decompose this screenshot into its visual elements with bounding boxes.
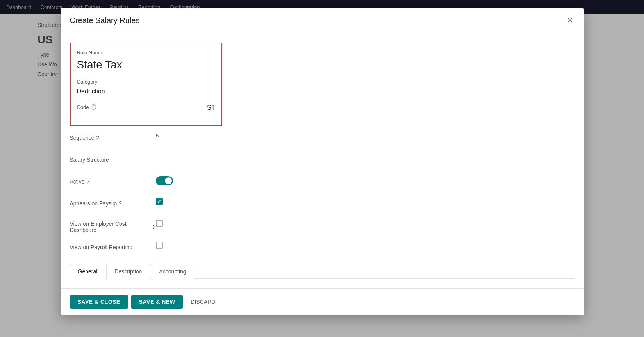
category-field: Category Deduction <box>77 79 215 96</box>
active-label: Active ? <box>70 176 156 185</box>
code-help-icon[interactable]: ? <box>91 104 96 110</box>
sequence-label: Sequence ? <box>70 132 156 141</box>
tab-description[interactable]: Description <box>106 264 150 279</box>
modal-body: Rule Name State Tax Category Deduction C… <box>61 33 584 288</box>
view-payroll-reporting-checkbox-container <box>156 242 574 249</box>
tab-general[interactable]: General <box>70 264 106 279</box>
active-toggle[interactable] <box>156 176 173 185</box>
tabs-container: General Description Accounting <box>70 264 574 279</box>
modal-title: Create Salary Rules <box>70 16 140 25</box>
code-value[interactable]: ST <box>207 103 215 113</box>
code-row: Code ? ST <box>77 103 215 113</box>
view-payroll-reporting-row: View on Payroll Reporting <box>70 242 574 256</box>
view-employer-cost-label: View on Employer Cost Dashboard ? <box>70 220 156 233</box>
tab-accounting[interactable]: Accounting <box>151 264 194 279</box>
highlighted-fields-section: Rule Name State Tax Category Deduction C… <box>70 43 222 126</box>
appears-on-payslip-help-icon[interactable]: ? <box>118 200 121 207</box>
salary-structure-label: Salary Structure <box>70 154 156 163</box>
view-employer-cost-help-icon[interactable]: ? <box>153 224 156 230</box>
toggle-track <box>156 176 173 185</box>
modal-footer: SAVE & CLOSE SAVE & NEW DISCARD <box>61 288 584 315</box>
view-payroll-reporting-label: View on Payroll Reporting <box>70 242 156 250</box>
active-row: Active ? <box>70 176 574 190</box>
appears-on-payslip-checkbox-container: ✓ <box>156 198 574 205</box>
sequence-value: 5 <box>156 132 574 139</box>
modal-overlay: Create Salary Rules × Rule Name State Ta… <box>0 0 644 337</box>
modal-header: Create Salary Rules × <box>61 8 584 33</box>
create-salary-rules-modal: Create Salary Rules × Rule Name State Ta… <box>61 8 584 315</box>
category-value[interactable]: Deduction <box>77 86 215 96</box>
view-employer-cost-row: View on Employer Cost Dashboard ? <box>70 220 574 234</box>
modal-close-button[interactable]: × <box>566 14 574 27</box>
rule-name-value[interactable]: State Tax <box>77 57 215 73</box>
view-employer-cost-checkbox[interactable] <box>156 220 163 227</box>
appears-on-payslip-label: Appears on Payslip ? <box>70 198 156 207</box>
salary-structure-row: Salary Structure <box>70 154 574 168</box>
view-payroll-reporting-checkbox[interactable] <box>156 242 163 249</box>
appears-on-payslip-checkbox[interactable]: ✓ <box>156 198 163 205</box>
view-employer-cost-checkbox-container <box>156 220 574 227</box>
tabs: General Description Accounting <box>70 264 574 278</box>
rule-name-label: Rule Name <box>77 50 215 55</box>
sequence-help-icon[interactable]: ? <box>96 135 99 141</box>
active-help-icon[interactable]: ? <box>86 178 89 185</box>
sequence-row: Sequence ? 5 <box>70 132 574 146</box>
active-toggle-container <box>156 176 574 185</box>
save-close-button[interactable]: SAVE & CLOSE <box>70 295 128 309</box>
checkbox-checkmark: ✓ <box>157 199 161 205</box>
category-label: Category <box>77 79 215 85</box>
discard-button[interactable]: DISCARD <box>186 295 220 309</box>
save-new-button[interactable]: SAVE & NEW <box>131 295 183 309</box>
code-field: Code ? ST <box>77 103 215 113</box>
rule-name-field: Rule Name State Tax <box>77 50 215 73</box>
code-label: Code ? <box>77 104 96 110</box>
toggle-thumb <box>165 177 172 184</box>
appears-on-payslip-row: Appears on Payslip ? ✓ <box>70 198 574 212</box>
